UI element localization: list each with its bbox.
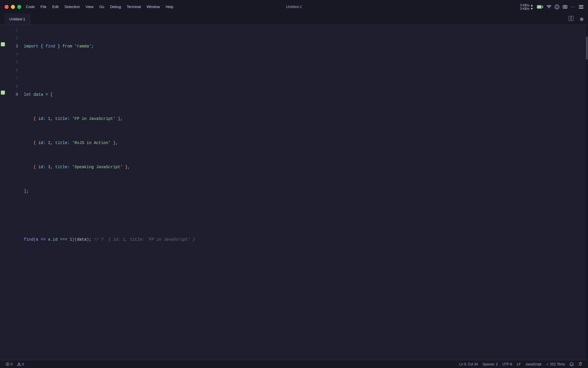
menu-file[interactable]: File bbox=[38, 0, 49, 14]
menu-edit[interactable]: Edit bbox=[49, 0, 61, 14]
line-num-7: 7 bbox=[6, 74, 18, 83]
line-ending-label: LF bbox=[517, 362, 521, 366]
svg-point-19 bbox=[570, 363, 573, 366]
more-actions-button[interactable] bbox=[580, 18, 583, 21]
svg-rect-2 bbox=[542, 6, 543, 7]
errors-button[interactable]: 0 bbox=[3, 360, 15, 368]
breakpoint-line3[interactable] bbox=[1, 42, 5, 46]
line-num-3: 3 bbox=[6, 42, 18, 50]
encoding-label: UTF-8 bbox=[502, 362, 512, 366]
code-line-3: let data = [ bbox=[24, 91, 586, 99]
cast-icon bbox=[563, 5, 567, 9]
feedback-button[interactable] bbox=[567, 360, 576, 368]
cursor-position-label: Ln 9, Col 34 bbox=[459, 362, 478, 366]
timing-label: ✓ 252.76ms bbox=[546, 362, 565, 366]
window-title: Untitled-1 bbox=[286, 5, 302, 9]
line-ending-button[interactable]: LF bbox=[514, 360, 523, 368]
spaces-label: Spaces: 2 bbox=[483, 362, 498, 366]
language-label: JavaScript bbox=[525, 362, 541, 366]
svg-rect-11 bbox=[569, 16, 571, 21]
svg-rect-9 bbox=[579, 7, 583, 7]
code-line-7: ]; bbox=[24, 187, 586, 195]
scrollbar[interactable] bbox=[586, 25, 588, 360]
code-editor[interactable]: import { find } from 'ramda'; let data =… bbox=[22, 25, 586, 360]
cursor-position[interactable]: Ln 9, Col 34 bbox=[457, 360, 480, 368]
code-line-2 bbox=[24, 66, 586, 74]
line-numbers: 1 2 3 4 5 6 7 8 9 bbox=[6, 25, 22, 360]
split-editor-button[interactable] bbox=[568, 16, 574, 22]
tab-label: Untitled-1 bbox=[9, 17, 25, 21]
line-num-5: 5 bbox=[6, 58, 18, 66]
svg-rect-8 bbox=[579, 5, 583, 6]
line-num-4: 4 bbox=[6, 50, 18, 58]
wifi-icon bbox=[547, 5, 551, 9]
more-icon: ··· bbox=[571, 4, 575, 9]
statusbar: 0 0 Ln 9, Col 34 Spaces: 2 UTF-8 LF Java… bbox=[0, 360, 588, 368]
svg-point-15 bbox=[7, 365, 8, 365]
encoding-button[interactable]: UTF-8 bbox=[500, 360, 514, 368]
network-icon: 3 KB/s ▲3 KB/s ▼ bbox=[520, 3, 533, 10]
line-num-1: 1 bbox=[6, 26, 18, 34]
code-line-1: import { find } from 'ramda'; bbox=[24, 42, 586, 50]
svg-point-18 bbox=[19, 365, 19, 366]
menubar: Code File Edit Selection View Go Debug T… bbox=[17, 0, 176, 14]
menu-selection[interactable]: Selection bbox=[61, 0, 82, 14]
warnings-count: 0 bbox=[22, 362, 24, 366]
svg-point-21 bbox=[572, 363, 573, 364]
menu-window[interactable]: Window bbox=[144, 0, 163, 14]
menu-go[interactable]: Go bbox=[96, 0, 107, 14]
notifications-button[interactable] bbox=[576, 360, 585, 368]
battery-icon: ⚡ bbox=[537, 5, 543, 9]
code-line-6: { id: 3, title: 'Speaking JavaScript' }, bbox=[24, 163, 586, 171]
language-button[interactable]: JavaScript bbox=[523, 360, 544, 368]
info-icon: i bbox=[555, 5, 559, 9]
breakpoint-line9[interactable] bbox=[1, 91, 5, 95]
menu-terminal[interactable]: Terminal bbox=[124, 0, 144, 14]
editor: 1 2 3 4 5 6 7 8 9 import { find } from '… bbox=[0, 25, 588, 360]
titlebar: Code File Edit Selection View Go Debug T… bbox=[0, 0, 588, 14]
network-label: 3 KB/s ▲3 KB/s ▼ bbox=[520, 3, 533, 10]
spaces-button[interactable]: Spaces: 2 bbox=[480, 360, 500, 368]
svg-rect-12 bbox=[571, 16, 573, 21]
svg-point-20 bbox=[571, 363, 571, 364]
minimize-button[interactable] bbox=[11, 5, 15, 9]
svg-rect-10 bbox=[579, 8, 583, 9]
line-num-6: 6 bbox=[6, 66, 18, 74]
svg-rect-6 bbox=[563, 5, 567, 8]
tabbar: Untitled-1 bbox=[0, 14, 588, 25]
line-num-8: 8 bbox=[6, 83, 18, 91]
svg-point-7 bbox=[564, 6, 566, 7]
menu-code[interactable]: Code bbox=[23, 0, 38, 14]
code-line-5: { id: 2, title: 'RxJS in Action' }, bbox=[24, 139, 586, 147]
code-line-9: find(x => x.id === 1)(data); // ? { id: … bbox=[24, 235, 586, 244]
close-button[interactable] bbox=[5, 5, 9, 9]
menu-view[interactable]: View bbox=[83, 0, 96, 14]
breakpoints-column bbox=[0, 25, 6, 360]
svg-text:⚡: ⚡ bbox=[538, 6, 540, 8]
timing-button[interactable]: ✓ 252.76ms bbox=[544, 360, 567, 368]
errors-count: 0 bbox=[11, 362, 13, 366]
apple-menu[interactable] bbox=[17, 0, 23, 14]
tab-untitled1[interactable]: Untitled-1 bbox=[5, 14, 30, 25]
scrollbar-thumb[interactable] bbox=[586, 37, 588, 60]
line-num-2: 2 bbox=[6, 34, 18, 42]
system-icons: 3 KB/s ▲3 KB/s ▼ ⚡ i bbox=[520, 3, 583, 10]
menu-help[interactable]: Help bbox=[163, 0, 176, 14]
menu-debug[interactable]: Debug bbox=[107, 0, 124, 14]
list-icon bbox=[579, 5, 583, 9]
warnings-button[interactable]: 0 bbox=[15, 360, 26, 368]
line-num-9: 9 bbox=[6, 91, 18, 99]
code-line-4: { id: 1, title: 'FP in JavaScript' }, bbox=[24, 115, 586, 123]
svg-text:i: i bbox=[556, 5, 557, 9]
code-line-8 bbox=[24, 211, 586, 219]
